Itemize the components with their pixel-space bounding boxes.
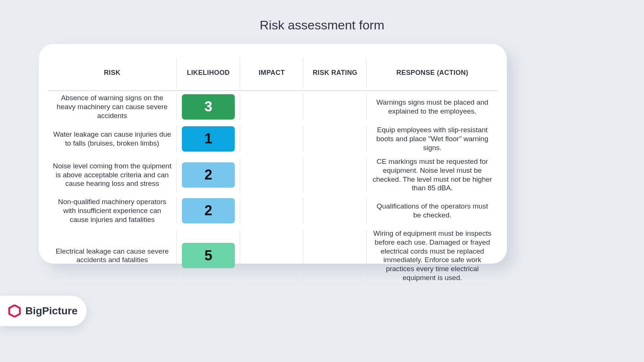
- cell-rating: [303, 195, 367, 227]
- cell-impact: [240, 195, 303, 227]
- cell-impact: [240, 123, 303, 155]
- likelihood-badge: 2: [182, 162, 235, 188]
- cell-response: Equip employees with slip-resistant boot…: [367, 123, 498, 155]
- cell-rating: [303, 155, 367, 195]
- col-header-rating: RISK RATING: [303, 55, 367, 90]
- risk-table-card: RISK LIKELIHOOD IMPACT RISK RATING RESPO…: [39, 44, 507, 264]
- page-title: Risk assessment form: [0, 0, 644, 32]
- col-header-impact: IMPACT: [240, 55, 303, 90]
- cell-rating: [303, 91, 367, 123]
- cell-rating: [303, 227, 367, 285]
- likelihood-badge: 2: [182, 198, 235, 223]
- table-row: Water leakage can cause injuries due to …: [48, 123, 498, 155]
- table-row: Electrical leakage can cause severe acci…: [48, 227, 498, 285]
- cell-risk: Non-qualified machinery operators with i…: [48, 195, 177, 227]
- cell-impact: [240, 155, 303, 195]
- col-header-risk: RISK: [48, 55, 177, 90]
- cell-likelihood: 1: [177, 123, 240, 155]
- cell-risk: Electrical leakage can cause severe acci…: [48, 227, 177, 285]
- likelihood-badge: 5: [182, 243, 235, 268]
- svg-marker-0: [9, 305, 20, 317]
- cell-risk: Water leakage can cause injuries due to …: [48, 123, 177, 155]
- col-header-response: RESPONSE (ACTION): [367, 55, 498, 90]
- table-row: Absence of warning signs on the heavy ma…: [48, 91, 498, 123]
- cell-response: Qualifications of the operators must be …: [367, 195, 498, 227]
- cell-likelihood: 2: [177, 155, 240, 195]
- cell-risk: Absence of warning signs on the heavy ma…: [48, 91, 177, 123]
- cell-rating: [303, 123, 367, 155]
- cell-likelihood: 2: [177, 195, 240, 227]
- brand-badge: BigPicture: [0, 296, 86, 326]
- likelihood-badge: 1: [182, 126, 235, 152]
- cell-risk: Noise level coming from the quipment is …: [48, 155, 177, 195]
- cell-impact: [240, 91, 303, 123]
- cell-likelihood: 5: [177, 227, 240, 285]
- cell-response: Wiring of equipment must be inspects bef…: [367, 227, 498, 285]
- brand-name: BigPicture: [25, 305, 78, 317]
- table-header-row: RISK LIKELIHOOD IMPACT RISK RATING RESPO…: [48, 55, 498, 91]
- table-row: Noise level coming from the quipment is …: [48, 155, 498, 195]
- cell-likelihood: 3: [177, 91, 240, 123]
- cell-response: CE markings must be requested for equip­…: [367, 155, 498, 195]
- cell-impact: [240, 227, 303, 285]
- hexagon-icon: [8, 305, 21, 317]
- cell-response: Warnings signs must be placed and ex­pla…: [367, 91, 498, 123]
- table-row: Non-qualified machinery operators with i…: [48, 195, 498, 227]
- likelihood-badge: 3: [182, 94, 235, 120]
- col-header-likelihood: LIKELIHOOD: [177, 55, 240, 90]
